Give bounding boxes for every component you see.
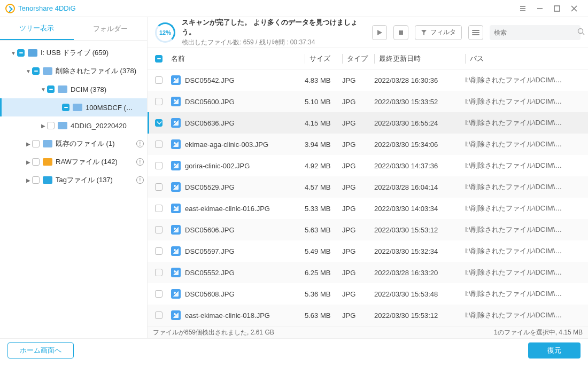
- recover-button[interactable]: 復元: [528, 342, 581, 359]
- col-header-size[interactable]: サイズ: [305, 54, 342, 64]
- cell-path: I:\削除されたファイル\DCIM\…: [465, 268, 581, 277]
- tree-checkbox[interactable]: [32, 176, 40, 184]
- file-name: gorira-clinic-002.JPG: [185, 162, 250, 170]
- search-field[interactable]: [490, 25, 581, 40]
- tree-node[interactable]: ▼DCIM (378): [0, 80, 147, 98]
- col-header-date[interactable]: 最終更新日時: [374, 54, 465, 64]
- tree-node[interactable]: ▼削除されたファイル (378): [0, 62, 147, 80]
- cell-name: gorira-clinic-002.JPG: [171, 161, 305, 170]
- table-body[interactable]: DSC05542.JPG4.83 MBJPG2022/03/28 16:30:3…: [148, 69, 588, 326]
- close-button[interactable]: [566, 0, 583, 17]
- cell-path: I:\削除されたファイル\DCIM\…: [465, 289, 581, 299]
- tag-icon: [43, 176, 52, 184]
- table-row[interactable]: DSC05606.JPG5.63 MBJPG2022/03/30 15:53:1…: [148, 219, 588, 240]
- chevron-right-icon[interactable]: ▶: [25, 141, 32, 147]
- header-checkbox[interactable]: [155, 55, 163, 63]
- cell-type: JPG: [342, 205, 374, 213]
- minimize-button[interactable]: [531, 0, 548, 17]
- row-checkbox[interactable]: [155, 119, 163, 127]
- play-button[interactable]: [372, 25, 387, 40]
- row-checkbox[interactable]: [155, 162, 163, 169]
- stop-button[interactable]: [393, 25, 408, 40]
- tree-node[interactable]: 100MSDCF (…: [0, 98, 147, 116]
- tree-checkbox[interactable]: [32, 67, 40, 75]
- row-checkbox[interactable]: [155, 98, 163, 105]
- chevron-down-icon[interactable]: ▼: [25, 68, 32, 74]
- cell-date: 2022/03/30 15:53:48: [374, 290, 465, 298]
- tree-node[interactable]: ▶既存のファイル (1)!: [0, 135, 147, 153]
- svg-rect-1: [399, 30, 403, 35]
- chevron-right-icon[interactable]: ▶: [25, 159, 32, 165]
- image-file-icon: [171, 310, 181, 320]
- tab-folder-view[interactable]: フォルダー: [74, 17, 148, 40]
- file-name: east-ekimae-clinic-018.JPG: [185, 311, 270, 320]
- cell-date: 2022/03/28 16:33:20: [374, 269, 465, 277]
- table-row[interactable]: ekimae-aga-clinic-003.JPG3.94 MBJPG2022/…: [148, 134, 588, 155]
- chevron-right-icon[interactable]: ▶: [40, 123, 47, 129]
- tree-checkbox[interactable]: [17, 49, 25, 57]
- image-file-icon: [171, 204, 181, 213]
- cell-name: DSC05606.JPG: [171, 225, 305, 235]
- maximize-button[interactable]: [548, 0, 566, 17]
- chevron-down-icon[interactable]: ▼: [40, 87, 47, 92]
- row-checkbox[interactable]: [155, 76, 163, 84]
- view-mode-button[interactable]: [468, 25, 483, 40]
- cell-type: JPG: [342, 76, 374, 84]
- table-row[interactable]: DSC05600.JPG5.10 MBJPG2022/03/30 15:33:5…: [148, 91, 588, 112]
- table-row[interactable]: east-ekimae-clinic-016.JPG5.33 MBJPG2022…: [148, 198, 588, 219]
- cell-type: JPG: [342, 141, 374, 149]
- tree-checkbox[interactable]: [32, 158, 40, 166]
- tree-node[interactable]: ▶4DDIG_20220420: [0, 116, 147, 135]
- tree-node[interactable]: ▶Tagファイル (137)!: [0, 171, 147, 189]
- table-row[interactable]: DSC05597.JPG5.49 MBJPG2022/03/30 15:32:3…: [148, 240, 588, 262]
- tree-checkbox[interactable]: [47, 85, 55, 93]
- chevron-down-icon[interactable]: ▼: [10, 50, 17, 56]
- cell-name: DSC05542.JPG: [171, 75, 305, 85]
- search-input[interactable]: [494, 29, 574, 36]
- row-checkbox[interactable]: [155, 247, 163, 255]
- tree-node[interactable]: ▶RAWファイル (142)!: [0, 153, 147, 171]
- tree-checkbox[interactable]: [32, 140, 40, 147]
- statusbar: ファイルが659個検出されました, 2.61 GB 1のファイルを選択中, 4.…: [148, 326, 588, 338]
- chevron-right-icon[interactable]: ▶: [25, 177, 32, 183]
- search-icon: [577, 28, 585, 37]
- file-name: DSC05552.JPG: [185, 269, 235, 277]
- row-checkbox[interactable]: [155, 183, 163, 191]
- tree-node-label: 100MSDCF (…: [86, 104, 144, 112]
- home-button[interactable]: ホーム画面へ: [7, 342, 74, 359]
- row-checkbox[interactable]: [155, 205, 163, 212]
- col-header-path[interactable]: パス: [465, 54, 581, 64]
- cell-path: I:\削除されたファイル\DCIM\…: [465, 118, 581, 128]
- tree-checkbox[interactable]: [62, 104, 69, 111]
- tab-tree-view[interactable]: ツリー表示: [0, 17, 74, 40]
- table-row[interactable]: gorira-clinic-002.JPG4.92 MBJPG2022/03/3…: [148, 155, 588, 176]
- row-checkbox[interactable]: [155, 141, 163, 148]
- tree-node[interactable]: ▼I: USB ドライブ (659): [0, 44, 147, 62]
- row-checkbox[interactable]: [155, 290, 163, 298]
- image-file-icon: [171, 161, 181, 170]
- table-row[interactable]: DSC05552.JPG6.25 MBJPG2022/03/28 16:33:2…: [148, 262, 588, 283]
- row-checkbox[interactable]: [155, 226, 163, 233]
- table-row[interactable]: DSC05542.JPG4.83 MBJPG2022/03/28 16:30:3…: [148, 69, 588, 91]
- tree-node-label: I: USB ドライブ (659): [41, 48, 144, 58]
- filter-button[interactable]: フィルタ: [415, 25, 462, 40]
- table-row[interactable]: DSC05608.JPG5.36 MBJPG2022/03/30 15:53:4…: [148, 283, 588, 305]
- file-name: DSC05597.JPG: [185, 247, 235, 255]
- cell-path: I:\削除されたファイル\DCIM\…: [465, 139, 581, 149]
- tree-node-label: RAWファイル (142): [56, 157, 134, 167]
- row-checkbox[interactable]: [155, 311, 163, 319]
- col-header-type[interactable]: タイプ: [342, 54, 374, 64]
- cell-name: east-ekimae-clinic-016.JPG: [171, 204, 305, 213]
- table-row[interactable]: DSC05529.JPG4.57 MBJPG2022/03/28 16:04:1…: [148, 176, 588, 198]
- cell-size: 5.36 MB: [305, 290, 342, 298]
- col-header-name[interactable]: 名前: [171, 54, 305, 64]
- row-checkbox[interactable]: [155, 269, 163, 276]
- folder-icon: [43, 67, 52, 75]
- scan-info: スキャンが完了した。 より多くのデータを見つけましょう。 検出したファイル数: …: [182, 18, 366, 47]
- table-row[interactable]: east-ekimae-clinic-018.JPG5.63 MBJPG2022…: [148, 305, 588, 326]
- table-row[interactable]: DSC05636.JPG4.15 MBJPG2022/03/30 16:55:2…: [148, 112, 588, 134]
- menu-button[interactable]: [514, 0, 531, 17]
- file-name: east-ekimae-clinic-016.JPG: [185, 205, 270, 213]
- alert-icon: !: [136, 140, 144, 147]
- tree-checkbox[interactable]: [47, 122, 55, 129]
